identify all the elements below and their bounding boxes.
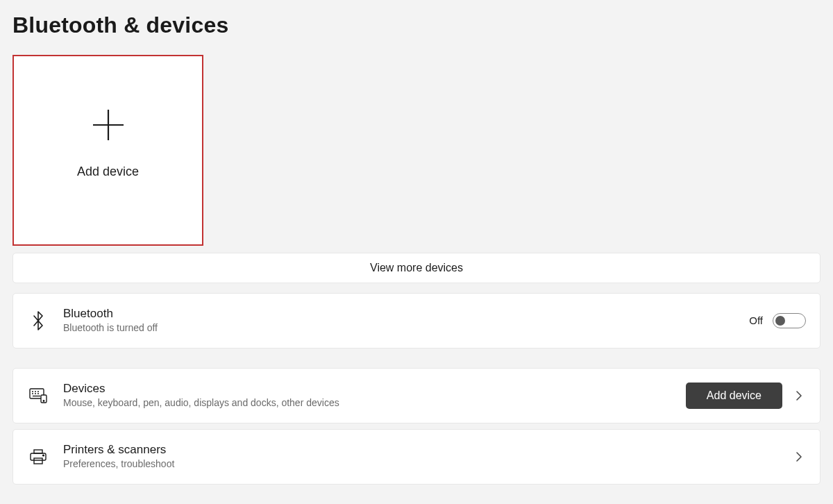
add-device-button[interactable]: Add device	[686, 383, 782, 409]
view-more-devices-label: View more devices	[370, 262, 463, 274]
view-more-devices-button[interactable]: View more devices	[12, 253, 821, 283]
bluetooth-icon	[27, 311, 49, 330]
bluetooth-toggle-state: Off	[749, 314, 763, 326]
svg-point-15	[43, 455, 44, 456]
bluetooth-row: Bluetooth Bluetooth is turned off Off	[12, 293, 821, 348]
bluetooth-subtitle: Bluetooth is turned off	[63, 321, 749, 335]
devices-icon	[27, 388, 49, 403]
printers-title: Printers & scanners	[63, 442, 792, 457]
svg-point-11	[43, 401, 44, 401]
add-device-tile-label: Add device	[77, 165, 139, 179]
bluetooth-title: Bluetooth	[63, 306, 749, 321]
printers-row[interactable]: Printers & scanners Preferences, trouble…	[12, 429, 821, 485]
add-device-tile[interactable]: Add device	[12, 55, 203, 246]
plus-icon	[91, 108, 126, 145]
svg-rect-14	[34, 458, 42, 464]
svg-rect-13	[34, 450, 42, 453]
devices-row[interactable]: Devices Mouse, keyboard, pen, audio, dis…	[12, 368, 821, 423]
chevron-right-icon	[792, 390, 806, 401]
devices-subtitle: Mouse, keyboard, pen, audio, displays an…	[63, 396, 686, 410]
bluetooth-toggle[interactable]	[773, 313, 806, 328]
printer-icon	[27, 448, 49, 465]
printers-subtitle: Preferences, troubleshoot	[63, 457, 792, 471]
toggle-knob	[775, 316, 785, 326]
devices-title: Devices	[63, 381, 686, 396]
page-title: Bluetooth & devices	[12, 12, 821, 38]
chevron-right-icon	[792, 451, 806, 462]
